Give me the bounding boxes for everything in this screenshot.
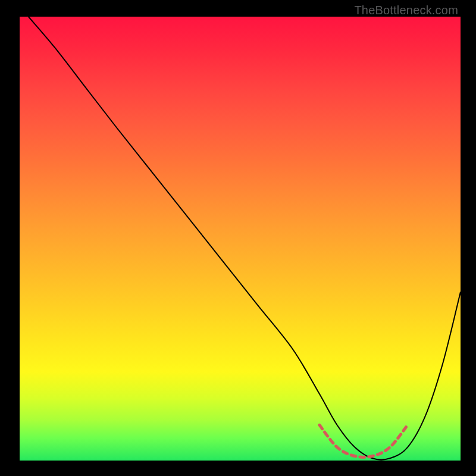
watermark-text: TheBottleneck.com [354, 4, 458, 17]
chart-plot-area [20, 17, 461, 461]
chart-svg [20, 17, 461, 461]
black-curve [29, 17, 461, 460]
red-dashed-valley [320, 425, 408, 457]
